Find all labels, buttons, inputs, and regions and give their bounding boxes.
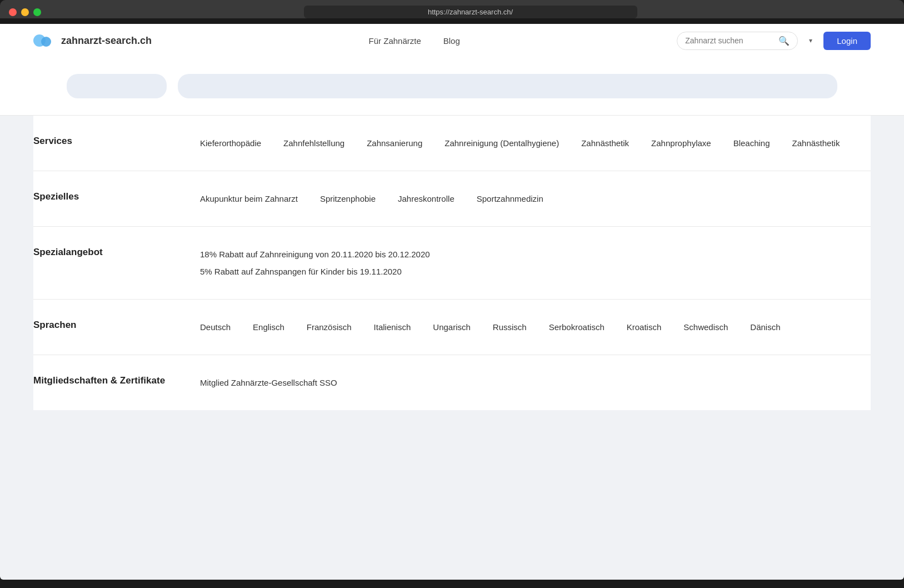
- sprachen-content: Deutsch Englisch Französisch Italienisch…: [200, 320, 871, 335]
- services-label: Services: [33, 136, 200, 147]
- nav-blog[interactable]: Blog: [443, 36, 460, 46]
- spezialangebot-section: Spezialangebot 18% Rabatt auf Zahnreinig…: [33, 227, 871, 300]
- spezialangebot-label: Spezialangebot: [33, 247, 200, 258]
- sprachen-section: Sprachen Deutsch Englisch Französisch It…: [33, 300, 871, 355]
- navbar: zahnarzt-search.ch Für Zahnärzte Blog 🔍 …: [0, 24, 904, 57]
- mitgliedschaften-content: Mitglied Zahnärzte-Gesellschaft SSO: [200, 375, 871, 390]
- lang-deutsch: Deutsch: [200, 320, 231, 335]
- search-bar: 🔍: [677, 32, 798, 50]
- logo-text: zahnarzt-search.ch: [61, 35, 152, 47]
- mitgliedschaften-label: Mitgliedschaften & Zertifikate: [33, 375, 200, 386]
- logo-circle-2: [41, 37, 51, 47]
- dropdown-arrow-icon[interactable]: ▾: [805, 34, 817, 47]
- logo-area: zahnarzt-search.ch: [33, 32, 152, 49]
- tag-zahnfehlstellung: Zahnfehlstellung: [283, 136, 344, 151]
- spezielles-tags: Akupunktur beim Zahnarzt Spritzenphobie …: [200, 191, 871, 206]
- minimize-dot[interactable]: [21, 8, 29, 16]
- tag-zahnaesthetik-1: Zahnästhetik: [581, 136, 629, 151]
- tag-akupunktur: Akupunktur beim Zahnarzt: [200, 191, 298, 206]
- maximize-dot[interactable]: [33, 8, 41, 16]
- services-content: Kieferorthopädie Zahnfehlstellung Zahnsa…: [200, 136, 871, 151]
- tag-bleaching: Bleaching: [733, 136, 770, 151]
- lang-schwedisch: Schwedisch: [683, 320, 728, 335]
- lang-russisch: Russisch: [493, 320, 527, 335]
- search-input[interactable]: [685, 36, 774, 45]
- lang-kroatisch: Kroatisch: [627, 320, 662, 335]
- offer-1: 18% Rabatt auf Zahnreinigung von 20.11.2…: [200, 247, 871, 262]
- nav-zahnaerzte[interactable]: Für Zahnärzte: [369, 36, 421, 46]
- tag-kieferorthopaedie: Kieferorthopädie: [200, 136, 261, 151]
- languages-list: Deutsch Englisch Französisch Italienisch…: [200, 320, 871, 335]
- skeleton-block-large: [178, 74, 837, 98]
- lang-italienisch: Italienisch: [374, 320, 411, 335]
- special-offers-list: 18% Rabatt auf Zahnreinigung von 20.11.2…: [200, 247, 871, 279]
- mitgliedschaften-section: Mitgliedschaften & Zertifikate Mitglied …: [33, 355, 871, 410]
- tag-sportzahnmedizin: Sportzahnmedizin: [477, 191, 543, 206]
- tag-zahnsanierung: Zahnsanierung: [367, 136, 422, 151]
- skeleton-row: [67, 74, 837, 98]
- logo-icon: [33, 32, 56, 49]
- skeleton-block-small: [67, 74, 167, 98]
- mitgliedschaft-value: Mitglied Zahnärzte-Gesellschaft SSO: [200, 378, 337, 387]
- tag-zahnprophylaxe: Zahnprophylaxe: [651, 136, 711, 151]
- lang-ungarisch: Ungarisch: [433, 320, 471, 335]
- spezielles-section: Spezielles Akupunktur beim Zahnarzt Spri…: [33, 171, 871, 227]
- nav-right: 🔍 ▾ Login: [677, 32, 871, 50]
- tag-jahreskontrolle: Jahreskontrolle: [398, 191, 455, 206]
- login-button[interactable]: Login: [823, 32, 871, 50]
- tag-zahnreinigung: Zahnreinigung (Dentalhygiene): [444, 136, 559, 151]
- spezialangebot-content: 18% Rabatt auf Zahnreinigung von 20.11.2…: [200, 247, 871, 279]
- sprachen-label: Sprachen: [33, 320, 200, 331]
- lang-serbokroatisch: Serbokroatisch: [549, 320, 605, 335]
- nav-links: Für Zahnärzte Blog: [369, 36, 460, 46]
- lang-englisch: Englisch: [253, 320, 284, 335]
- offer-2: 5% Rabatt auf Zahnspangen für Kinder bis…: [200, 264, 871, 279]
- services-tags: Kieferorthopädie Zahnfehlstellung Zahnsa…: [200, 136, 871, 151]
- tag-zahnaesthetik-2: Zahnästhetik: [792, 136, 840, 151]
- services-section: Services Kieferorthopädie Zahnfehlstellu…: [33, 116, 871, 171]
- address-bar[interactable]: https://zahnarzt-search.ch/: [304, 6, 637, 18]
- lang-daenisch: Dänisch: [750, 320, 780, 335]
- spezielles-content: Akupunktur beim Zahnarzt Spritzenphobie …: [200, 191, 871, 206]
- lang-franzoesisch: Französisch: [307, 320, 352, 335]
- tag-spritzenphobie: Spritzenphobie: [320, 191, 376, 206]
- close-dot[interactable]: [9, 8, 17, 16]
- search-icon[interactable]: 🔍: [778, 36, 790, 46]
- spezielles-label: Spezielles: [33, 191, 200, 202]
